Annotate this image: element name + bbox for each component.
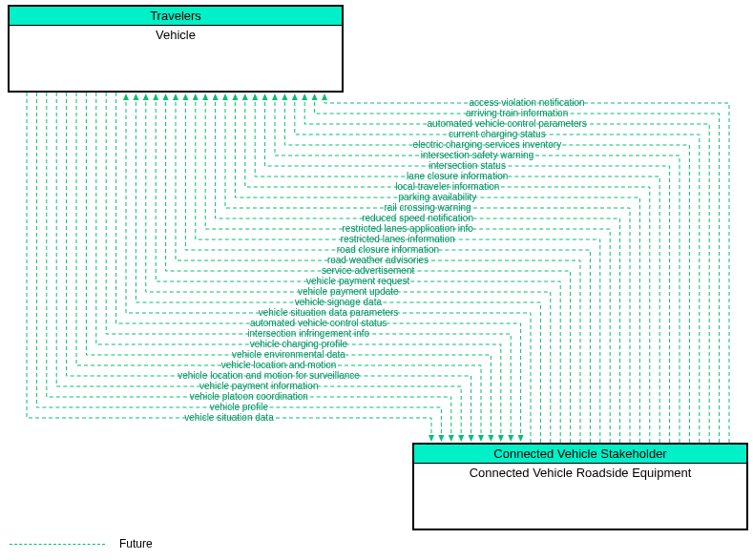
- node-header: Travelers: [10, 7, 342, 26]
- legend-line-future: [10, 544, 105, 545]
- flow-label-to-roadside: vehicle environmental data: [232, 349, 345, 360]
- flow-label-to-roadside: vehicle location and motion: [221, 360, 337, 370]
- flow-label-to-vehicle: intersection status: [429, 160, 506, 171]
- flow-label-to-vehicle: road weather advisories: [327, 255, 429, 265]
- flow-label-to-vehicle: rail crossing warning: [384, 202, 471, 213]
- flow-label-to-vehicle: current charging status: [449, 129, 546, 139]
- flow-label-to-roadside: vehicle platoon coordination: [190, 391, 308, 402]
- node-travelers-vehicle[interactable]: Travelers Vehicle: [8, 5, 344, 93]
- legend-label-future: Future: [119, 537, 153, 550]
- flow-label-to-vehicle: access violation notification: [469, 97, 584, 108]
- flow-label-to-vehicle: vehicle payment update: [298, 286, 399, 297]
- node-connected-vehicle-roadside-equipment[interactable]: Connected Vehicle Stakeholder Connected …: [412, 443, 748, 530]
- flow-label-to-vehicle: arriving train information: [466, 108, 568, 118]
- flow-label-to-vehicle: vehicle situation data parameters: [259, 307, 399, 318]
- flow-label-to-vehicle: vehicle payment request: [306, 276, 409, 286]
- flow-label-to-vehicle: electric charging services inventory: [413, 139, 562, 150]
- flow-label-to-roadside: vehicle location and motion for surveill…: [178, 370, 360, 381]
- flow-label-to-vehicle: automated vehicle control parameters: [428, 118, 587, 129]
- flow-label-to-roadside: automated vehicle control status: [250, 318, 387, 328]
- flow-label-to-vehicle: road closure information: [337, 244, 439, 255]
- flow-label-to-roadside: vehicle payment information: [199, 381, 319, 391]
- flow-label-to-vehicle: restricted lanes information: [341, 234, 455, 244]
- node-body: Vehicle: [10, 26, 342, 44]
- flow-label-to-vehicle: restricted lanes application info: [343, 223, 473, 234]
- flow-label-to-roadside: vehicle situation data: [184, 412, 273, 423]
- flow-label-to-vehicle: reduced speed notification: [362, 213, 473, 223]
- node-header: Connected Vehicle Stakeholder: [414, 445, 746, 464]
- flow-label-to-vehicle: local traveler information: [395, 181, 499, 192]
- flow-label-to-vehicle: service advertisement: [322, 265, 414, 276]
- flow-label-to-vehicle: parking availability: [399, 192, 477, 202]
- flow-label-to-roadside: vehicle profile: [210, 402, 268, 412]
- node-body: Connected Vehicle Roadside Equipment: [414, 464, 746, 482]
- flow-label-to-roadside: vehicle charging profile: [250, 339, 347, 349]
- flow-label-to-roadside: intersection infringement info: [247, 328, 369, 339]
- flow-label-to-vehicle: intersection safety warning: [421, 150, 533, 160]
- flow-label-to-vehicle: lane closure information: [407, 171, 508, 181]
- flow-label-to-vehicle: vehicle signage data: [295, 297, 382, 307]
